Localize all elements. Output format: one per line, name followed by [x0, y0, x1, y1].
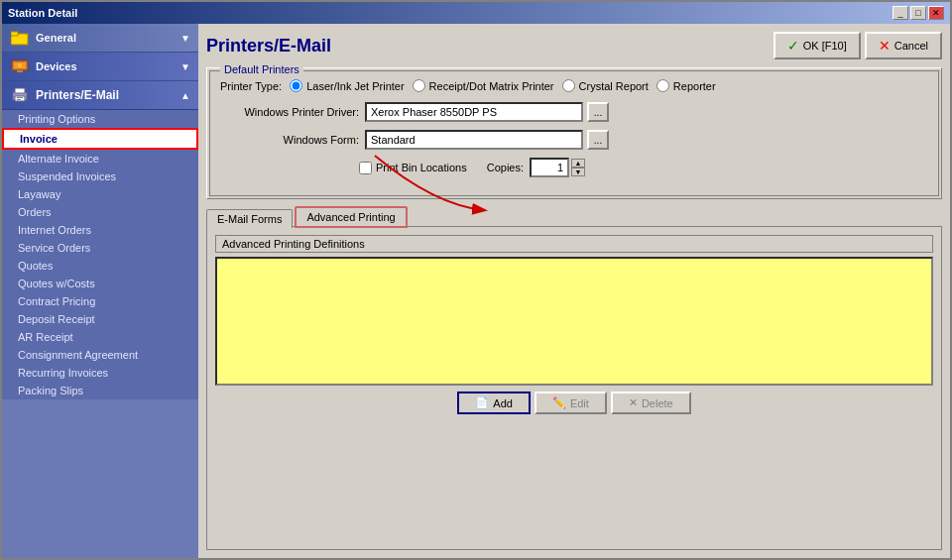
sidebar-header-general[interactable]: General ▼: [2, 24, 198, 53]
radio-laser[interactable]: Laser/Ink Jet Printer: [290, 79, 404, 92]
sidebar-item-invoice[interactable]: Invoice: [2, 128, 198, 150]
windows-form-input[interactable]: [365, 130, 583, 150]
printer-driver-input[interactable]: [365, 102, 583, 122]
sidebar-header-devices[interactable]: Devices ▼: [2, 53, 198, 81]
tabs-area: E-Mail Forms Advanced Printing Advanced …: [206, 205, 942, 550]
radio-reporter[interactable]: Reporter: [656, 79, 716, 92]
tab-advanced-printing[interactable]: Advanced Printing: [295, 206, 407, 228]
print-bin-locations-label[interactable]: Print Bin Locations: [359, 162, 467, 174]
sidebar-item-layaway[interactable]: Layaway: [2, 185, 198, 203]
svg-rect-9: [15, 88, 25, 93]
minimize-button[interactable]: _: [892, 6, 908, 20]
printers-arrow: ▲: [180, 90, 190, 101]
copies-label: Copies:: [487, 162, 524, 173]
sidebar-section-printers: Printers/E-Mail ▲ Printing Options Invoi…: [2, 81, 198, 399]
edit-button[interactable]: ✏️ Edit: [535, 392, 607, 414]
svg-rect-11: [17, 99, 21, 100]
title-bar: Station Detail _ □ ✕: [2, 2, 950, 24]
sidebar-item-orders[interactable]: Orders: [2, 203, 198, 221]
x-icon: ✕: [879, 38, 891, 54]
sidebar-item-printing-options[interactable]: Printing Options: [2, 110, 198, 128]
printer-type-row: Printer Type: Laser/Ink Jet Printer Rece…: [220, 79, 928, 92]
sidebar-section-general: General ▼: [2, 24, 198, 53]
svg-rect-8: [15, 96, 25, 101]
svg-rect-1: [11, 32, 18, 36]
sidebar-item-service-orders[interactable]: Service Orders: [2, 239, 198, 257]
folder-icon: [10, 28, 30, 48]
main-window: Station Detail _ □ ✕ General ▼: [0, 0, 952, 560]
edit-label: Edit: [570, 397, 589, 409]
print-bin-locations-checkbox[interactable]: [359, 162, 372, 174]
copies-spinner-group: ▲ ▼: [530, 158, 585, 177]
sidebar-section-devices: Devices ▼: [2, 53, 198, 81]
add-button[interactable]: 📄 Add: [457, 392, 531, 414]
bin-locations-text: Print Bin Locations: [376, 162, 467, 173]
ok-button[interactable]: ✓ OK [F10]: [774, 32, 861, 59]
radio-receipt-input[interactable]: [413, 79, 425, 92]
title-controls: _ □ ✕: [892, 6, 944, 20]
table-header-definitions: Advanced Printing Definitions: [216, 236, 933, 253]
definitions-table: Advanced Printing Definitions: [215, 235, 933, 253]
edit-icon: ✏️: [552, 396, 566, 409]
sidebar-item-quotes[interactable]: Quotes: [2, 257, 198, 275]
main-content: Printers/E-Mail ✓ OK [F10] ✕ Cancel Defa…: [198, 24, 950, 558]
svg-point-5: [18, 63, 22, 67]
checkmark-icon: ✓: [787, 38, 799, 54]
radio-crystal[interactable]: Crystal Report: [562, 79, 649, 92]
content-area: General ▼ Devices: [2, 24, 950, 558]
sidebar-item-ar-receipt[interactable]: AR Receipt: [2, 328, 198, 346]
radio-reporter-input[interactable]: [656, 79, 669, 92]
radio-laser-label: Laser/Ink Jet Printer: [306, 80, 404, 92]
tab-email-forms[interactable]: E-Mail Forms: [206, 209, 293, 228]
sidebar-item-suspended-invoices[interactable]: Suspended Invoices: [2, 168, 198, 185]
delete-label: Delete: [642, 397, 673, 409]
sidebar-item-packing-slips[interactable]: Packing Slips: [2, 382, 198, 399]
general-arrow: ▼: [180, 33, 190, 44]
devices-arrow: ▼: [180, 61, 190, 72]
delete-icon: ✕: [629, 396, 638, 409]
sidebar-item-consignment-agreement[interactable]: Consignment Agreement: [2, 346, 198, 364]
copies-up-button[interactable]: ▲: [571, 159, 585, 168]
sidebar-header-printers[interactable]: Printers/E-Mail ▲: [2, 81, 198, 110]
default-printers-inner: Default Printers Printer Type: Laser/Ink…: [209, 70, 939, 196]
radio-receipt[interactable]: Receipt/Dot Matrix Printer: [413, 79, 554, 92]
general-label: General: [36, 32, 175, 44]
copies-input[interactable]: [530, 158, 569, 177]
definitions-body[interactable]: [215, 257, 933, 386]
windows-form-label: Windows Form:: [220, 134, 359, 146]
sidebar-item-recurring-invoices[interactable]: Recurring Invoices: [2, 364, 198, 382]
default-printers-panel: Default Printers Printer Type: Laser/Ink…: [206, 67, 942, 199]
printer-driver-browse[interactable]: ...: [587, 102, 609, 122]
maximize-button[interactable]: □: [910, 6, 926, 20]
add-icon: 📄: [475, 396, 489, 409]
printer-type-label: Printer Type:: [220, 80, 282, 92]
sidebar-item-quotes-w-costs[interactable]: Quotes w/Costs: [2, 275, 198, 292]
windows-form-browse[interactable]: ...: [587, 130, 609, 150]
delete-button[interactable]: ✕ Delete: [611, 392, 691, 414]
windows-form-row: Windows Form: ...: [220, 130, 928, 150]
cancel-button[interactable]: ✕ Cancel: [865, 32, 942, 59]
page-title: Printers/E-Mail: [206, 36, 331, 56]
sidebar-item-deposit-receipt[interactable]: Deposit Receipt: [2, 310, 198, 328]
sidebar-item-internet-orders[interactable]: Internet Orders: [2, 221, 198, 239]
main-header: Printers/E-Mail ✓ OK [F10] ✕ Cancel: [206, 32, 942, 59]
radio-crystal-label: Crystal Report: [579, 80, 649, 92]
tab-bar: E-Mail Forms Advanced Printing: [206, 205, 942, 227]
advanced-printing-tab-label: Advanced Printing: [306, 211, 395, 223]
table-header-label: Advanced Printing Definitions: [222, 238, 365, 250]
radio-laser-input[interactable]: [290, 79, 302, 92]
printer-driver-row: Windows Printer Driver: ...: [220, 102, 928, 122]
default-printers-label: Default Printers: [220, 63, 303, 75]
sidebar-item-contract-pricing[interactable]: Contract Pricing: [2, 292, 198, 310]
devices-icon: [10, 56, 30, 76]
copies-spinner: ▲ ▼: [571, 159, 585, 176]
sidebar-item-alternate-invoice[interactable]: Alternate Invoice: [2, 150, 198, 168]
svg-rect-10: [17, 97, 23, 98]
bin-copies-row: Print Bin Locations Copies: ▲ ▼: [220, 158, 928, 177]
header-buttons: ✓ OK [F10] ✕ Cancel: [774, 32, 942, 59]
close-button[interactable]: ✕: [928, 6, 944, 20]
radio-reporter-label: Reporter: [673, 80, 716, 92]
radio-crystal-input[interactable]: [562, 79, 575, 92]
svg-rect-4: [17, 70, 23, 72]
copies-down-button[interactable]: ▼: [571, 168, 585, 176]
